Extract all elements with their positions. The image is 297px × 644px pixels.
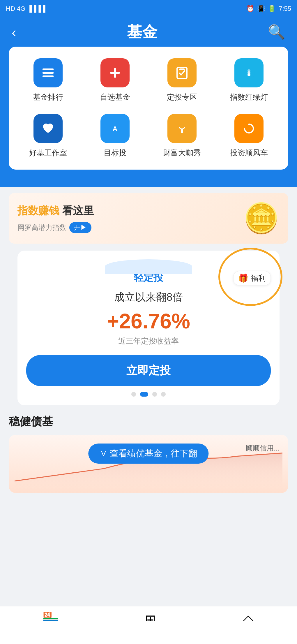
menu-card: 基金排行 自选基金 (9, 47, 288, 170)
svg-text:A: A (113, 125, 117, 132)
banner-subtitle: 网罗高潜力指数 (17, 223, 66, 232)
dot-3 (152, 392, 157, 397)
invest-percent: +26.76% (26, 309, 271, 333)
menu-item-target-invest[interactable]: A 目标投 (82, 114, 148, 158)
banner[interactable]: 指数赚钱 看这里 网罗高潜力指数 开▶ 🪙 (9, 193, 288, 244)
menu-item-fund-rank[interactable]: 基金排行 (15, 58, 82, 102)
banner-area: 指数赚钱 看这里 网罗高潜力指数 开▶ 🪙 轻定投 (0, 187, 297, 493)
alarm-icon: ⏰ (246, 5, 254, 13)
battery-icon: 🔋 (268, 5, 276, 13)
time-display: 7:55 (279, 5, 291, 13)
menu-item-watchlist[interactable]: 自选基金 (82, 58, 148, 102)
invest-card-inner: 轻定投 🎁 福利 成立以来翻8倍 +26.76% 近三年定投收益率 立即定投 (26, 271, 271, 397)
dot-indicators (26, 392, 271, 397)
dot-1 (131, 392, 136, 397)
banner-title-sub: 看这里 (62, 205, 94, 217)
svg-point-10 (248, 73, 250, 76)
svg-rect-1 (43, 72, 54, 74)
menu-item-index-light[interactable]: 指数红绿灯 (215, 58, 282, 102)
menu-item-wealth-show[interactable]: 财富大咖秀 (148, 114, 215, 158)
menu-label-auto-invest: 定投专区 (167, 92, 197, 102)
banner-left: 指数赚钱 看这里 网罗高潜力指数 开▶ (17, 204, 94, 233)
back-button[interactable]: ‹ (12, 24, 16, 40)
vibrate-icon: 📳 (257, 5, 265, 13)
welfare-icon: 🎁 (238, 273, 248, 283)
good-fund-icon (33, 114, 63, 143)
menu-item-good-fund[interactable]: 好基工作室 (15, 114, 82, 158)
svg-rect-0 (43, 68, 54, 70)
svg-rect-6 (179, 68, 185, 70)
dot-4 (161, 392, 166, 397)
menu-label-fund-rank: 基金排行 (33, 92, 63, 102)
banner-title: 指数赚钱 看这里 (17, 204, 94, 218)
bow-decoration (26, 259, 271, 274)
fund-rank-icon (33, 58, 63, 87)
scroll-tip[interactable]: ∨ 查看绩优基金，往下翻 (88, 444, 208, 464)
invest-desc: 近三年定投收益率 (26, 336, 271, 346)
wealth-show-icon (167, 114, 197, 143)
header: ‹ 基金 🔍 (0, 17, 297, 47)
invest-wind-icon (234, 114, 264, 143)
auto-invest-icon (167, 58, 197, 87)
menu-grid: 基金排行 自选基金 (15, 58, 282, 158)
banner-icon: 🪙 (243, 201, 280, 235)
dot-2 (140, 392, 148, 397)
banner-open-btn[interactable]: 开▶ (69, 222, 91, 233)
menu-item-auto-invest[interactable]: 定投专区 (148, 58, 215, 102)
target-invest-icon: A (100, 114, 130, 143)
menu-label-invest-wind: 投资顺风车 (230, 148, 268, 158)
watchlist-icon (100, 58, 130, 87)
stable-fund-card: ∨ 查看绩优基金，往下翻 顾顺信用... (9, 435, 288, 493)
status-left: HD 4G ▐▐▐▐ (6, 5, 45, 13)
menu-label-watchlist: 自选基金 (100, 92, 130, 102)
search-button[interactable]: 🔍 (268, 24, 285, 40)
invest-btn[interactable]: 立即定投 (26, 355, 271, 386)
menu-label-wealth-show: 财富大咖秀 (163, 148, 201, 158)
welfare-label: 福利 (251, 273, 266, 283)
section-title: 稳健债基 (9, 414, 288, 429)
signal-text: HD 4G ▐▐▐▐ (6, 5, 45, 13)
invest-card: 轻定投 🎁 福利 成立以来翻8倍 +26.76% 近三年定投收益率 立即定投 (17, 251, 280, 405)
svg-rect-2 (43, 75, 54, 77)
banner-title-main: 指数赚钱 (17, 205, 59, 217)
status-bar: HD 4G ▐▐▐▐ ⏰ 📳 🔋 7:55 (0, 0, 297, 17)
menu-label-index-light: 指数红绿灯 (230, 92, 268, 102)
menu-label-target-invest: 目标投 (104, 148, 126, 158)
menu-item-invest-wind[interactable]: 投资顺风车 (215, 114, 282, 158)
svg-rect-4 (110, 72, 120, 74)
menu-label-good-fund: 好基工作室 (29, 148, 67, 158)
invest-highlight: 成立以来翻8倍 (26, 290, 271, 305)
svg-rect-14 (181, 129, 183, 133)
status-right: ⏰ 📳 🔋 7:55 (246, 5, 291, 13)
fund-name-tag: 顾顺信用... (246, 444, 280, 453)
page-title: 基金 (127, 22, 157, 42)
index-light-icon (234, 58, 264, 87)
